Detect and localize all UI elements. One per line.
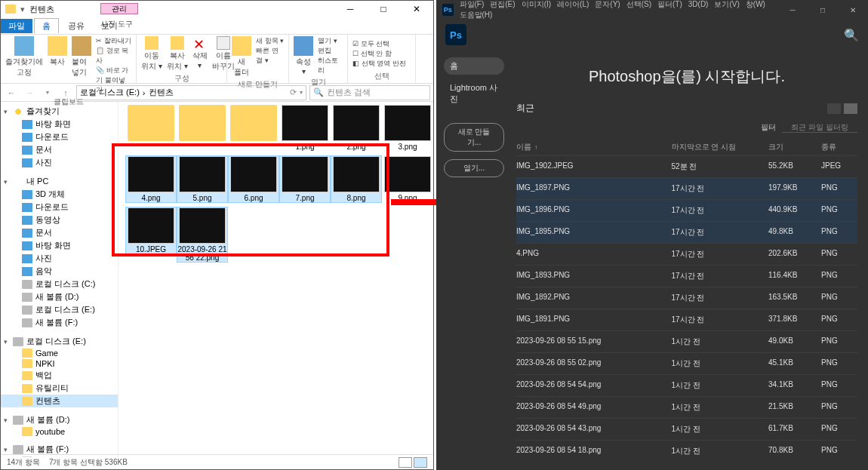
- tab-picture-tools-sub[interactable]: 사진 도구: [100, 19, 133, 29]
- open-file-button[interactable]: 열기...: [444, 159, 504, 177]
- table-header[interactable]: 이름↑ 마지막으로 연 시점 크기 종류: [516, 139, 857, 155]
- file-thumbnail[interactable]: 3.png: [383, 105, 432, 151]
- search-input[interactable]: 🔍 컨텐츠 검색: [309, 85, 430, 100]
- table-row[interactable]: 2023-09-26 08 54 54.png1시간 전34.1KBPNG: [516, 374, 857, 396]
- copy-button[interactable]: 복사: [48, 36, 67, 67]
- copy-path-button[interactable]: 📋 경로 복사: [96, 46, 131, 66]
- table-row[interactable]: IMG_1902.JPEG52분 전55.2KBJPEG: [516, 155, 857, 177]
- view-list-button[interactable]: [844, 103, 857, 114]
- tree-item[interactable]: 바탕 화면: [1, 118, 118, 131]
- minimize-button[interactable]: ─: [334, 1, 367, 17]
- ps-menu-item[interactable]: 창(W): [746, 0, 765, 8]
- maximize-button[interactable]: □: [367, 1, 400, 17]
- select-none-button[interactable]: ☐ 선택 안 함: [352, 49, 411, 59]
- table-row[interactable]: IMG_1893.PNG17시간 전116.4KBPNG: [516, 265, 857, 287]
- table-row[interactable]: 2023-09-26 08 55 15.png1시간 전49.0KBPNG: [516, 330, 857, 352]
- table-row[interactable]: IMG_1895.PNG17시간 전49.8KBPNG: [516, 221, 857, 243]
- tree-item[interactable]: 사진: [1, 156, 118, 169]
- cut-button[interactable]: ✂ 잘라내기: [96, 36, 131, 46]
- pin-button[interactable]: 즐겨찾기에 고정: [5, 36, 43, 78]
- copy-to-button[interactable]: 복사 위치 ▾: [167, 36, 188, 72]
- table-row[interactable]: 2023-09-26 08 54 18.png1시간 전70.8KBPNG: [516, 440, 857, 462]
- delete-button[interactable]: ✕삭제 ▾: [192, 36, 208, 69]
- new-item-button[interactable]: 새 항목 ▾: [256, 36, 284, 46]
- ps-menu-item[interactable]: 3D(D): [688, 0, 709, 8]
- ps-maximize-button[interactable]: □: [808, 0, 838, 20]
- sidebar-home[interactable]: 홈: [444, 57, 504, 75]
- tree-item[interactable]: 다운로드: [1, 131, 118, 143]
- table-row[interactable]: 4.PNG17시간 전202.6KBPNG: [516, 243, 857, 265]
- table-row[interactable]: 2023-09-26 08 55 02.png1시간 전45.1KBPNG: [516, 352, 857, 374]
- breadcrumb[interactable]: 로컬 디스크 (E:) › 컨텐츠 ⟳ ▾: [76, 85, 306, 100]
- tree-item[interactable]: 문서: [1, 143, 118, 156]
- crumb-dropdown-button[interactable]: ▾: [300, 89, 303, 96]
- tree-item[interactable]: 다운로드: [1, 201, 118, 213]
- search-icon[interactable]: 🔍: [844, 28, 859, 42]
- new-folder-button[interactable]: 새 폴더: [232, 36, 251, 78]
- refresh-button[interactable]: ⟳: [290, 88, 297, 97]
- ps-menu-item[interactable]: 편집(E): [490, 0, 515, 8]
- table-row[interactable]: IMG_1892.PNG17시간 전163.5KBPNG: [516, 287, 857, 309]
- tree-item[interactable]: Game: [1, 348, 118, 358]
- ps-menu-item[interactable]: 선택(S): [626, 0, 651, 8]
- tree-item[interactable]: 유틸리티: [1, 382, 118, 395]
- nav-up-button[interactable]: ↑: [58, 85, 73, 100]
- breadcrumb-segment[interactable]: 로컬 디스크 (E:): [80, 87, 140, 98]
- view-grid-button[interactable]: [827, 103, 841, 114]
- table-row[interactable]: IMG_1891.PNG17시간 전371.8KBPNG: [516, 309, 857, 330]
- ps-menu-item[interactable]: 이미지(I): [522, 0, 551, 8]
- view-details-button[interactable]: [399, 457, 412, 468]
- tab-home[interactable]: 홈: [34, 18, 59, 33]
- ps-menu-item[interactable]: 파일(F): [460, 0, 485, 8]
- new-file-button[interactable]: 새로 만들기...: [444, 123, 504, 152]
- ps-minimize-button[interactable]: ─: [777, 0, 808, 20]
- tab-file[interactable]: 파일: [1, 19, 32, 33]
- tree-item[interactable]: 문서: [1, 226, 118, 239]
- move-to-button[interactable]: 이동 위치 ▾: [141, 36, 162, 72]
- sidebar-lightroom[interactable]: Lightroom 사진: [444, 79, 504, 108]
- ps-menu-item[interactable]: 레이어(L): [557, 0, 589, 8]
- invert-selection-button[interactable]: ◧ 선택 영역 반전: [352, 59, 411, 69]
- table-row[interactable]: 2023-09-26 08 54 49.png1시간 전21.5KBPNG: [516, 396, 857, 418]
- tree-item[interactable]: 동영상: [1, 213, 118, 226]
- table-row[interactable]: IMG_1896.PNG17시간 전440.9KBPNG: [516, 199, 857, 221]
- tree-item[interactable]: 음악: [1, 265, 118, 278]
- tree-item[interactable]: 백업: [1, 369, 118, 382]
- edit-button[interactable]: 편집: [318, 46, 343, 56]
- tree-item[interactable]: 로컬 디스크 (C:): [1, 278, 118, 290]
- view-thumbnails-button[interactable]: [414, 457, 427, 468]
- tree-item[interactable]: 3D 개체: [1, 188, 118, 201]
- ps-menu-item[interactable]: 문자(Y): [595, 0, 620, 8]
- folder-tree[interactable]: ▾즐겨찾기바탕 화면다운로드문서사진▾내 PC3D 개체다운로드동영상문서바탕 …: [1, 102, 119, 457]
- file-thumbnail[interactable]: 9.png: [383, 156, 432, 202]
- filter-input[interactable]: 최근 파일 필터링: [782, 123, 857, 133]
- breadcrumb-segment[interactable]: 컨텐츠: [149, 87, 174, 98]
- folder-thumbnail[interactable]: [177, 105, 227, 143]
- tree-item[interactable]: 컨텐츠: [1, 395, 118, 407]
- ps-close-button[interactable]: ✕: [838, 0, 868, 20]
- paste-button[interactable]: 붙여넣기: [72, 36, 91, 78]
- easy-access-button[interactable]: 빠른 연결 ▾: [256, 46, 284, 66]
- tree-item[interactable]: 새 볼륨 (F:): [1, 316, 118, 329]
- tree-item[interactable]: 로컬 디스크 (E:): [1, 303, 118, 316]
- open-button[interactable]: 열기 ▾: [318, 36, 343, 46]
- tree-group[interactable]: ▾내 PC: [1, 175, 118, 188]
- close-button[interactable]: ✕: [400, 1, 433, 17]
- folder-thumbnail[interactable]: [126, 105, 176, 143]
- tree-item[interactable]: 사진: [1, 252, 118, 265]
- ps-menu-item[interactable]: 보기(V): [714, 0, 739, 8]
- ps-menu-item[interactable]: 필터(T): [657, 0, 682, 8]
- table-row[interactable]: 2023-09-26 08 54 43.png1시간 전61.7KBPNG: [516, 418, 857, 440]
- nav-recent-button[interactable]: ▾: [40, 85, 55, 100]
- tree-item[interactable]: youtube: [1, 426, 118, 437]
- select-all-button[interactable]: ☑ 모두 선택: [352, 39, 411, 49]
- tab-share[interactable]: 공유: [60, 19, 92, 33]
- properties-button[interactable]: 속성 ▾: [294, 36, 313, 75]
- tree-group[interactable]: ▾즐겨찾기: [1, 105, 118, 118]
- tab-picture-tools[interactable]: 관리: [100, 3, 138, 14]
- tree-group[interactable]: ▾새 볼륨 (D:): [1, 413, 118, 426]
- tree-item[interactable]: 새 볼륨 (D:): [1, 290, 118, 303]
- history-button[interactable]: 히스토리: [318, 56, 343, 75]
- tree-item[interactable]: 바탕 화면: [1, 239, 118, 252]
- tree-group[interactable]: ▾로컬 디스크 (E:): [1, 335, 118, 348]
